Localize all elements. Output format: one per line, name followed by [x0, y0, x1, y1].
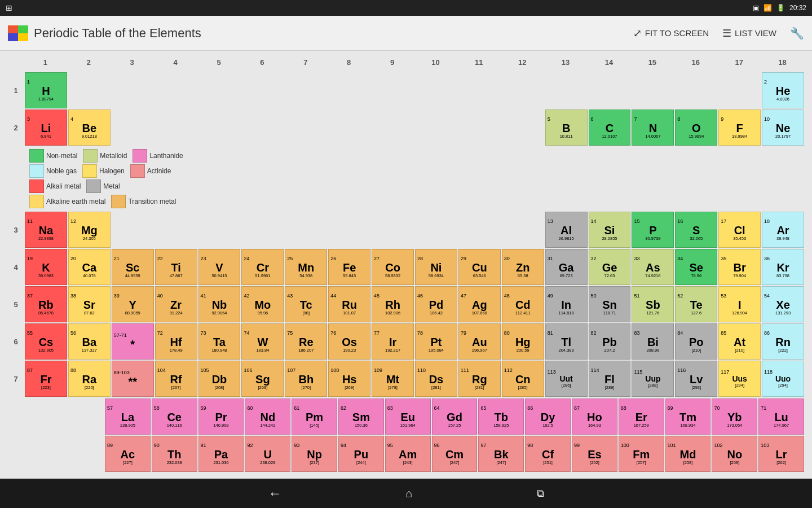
element-O[interactable]: 8O15.9994	[675, 110, 717, 146]
fit-to-screen-button[interactable]: ⤢ FIT TO SCREEN	[633, 27, 709, 40]
element-Na[interactable]: 11Na22.9898	[25, 212, 67, 248]
element-Bh[interactable]: 107Bh[270]	[285, 361, 327, 397]
element-Al[interactable]: 13Al26.9815	[545, 212, 588, 248]
element-Te[interactable]: 52Te127.6	[675, 286, 717, 322]
element-H[interactable]: 1H1.00794	[25, 72, 67, 108]
element-Cm[interactable]: 96Cm[247]	[432, 436, 478, 472]
element-Es[interactable]: 99Es[252]	[572, 436, 617, 472]
element-Re[interactable]: 75Re186.207	[285, 323, 327, 360]
element-Ni[interactable]: 28Ni58.6934	[415, 249, 457, 285]
element-Mt[interactable]: 109Mt[278]	[372, 361, 414, 397]
element-Ca[interactable]: 20Ca40.078	[68, 249, 111, 285]
element-La[interactable]: 57La138.905	[105, 398, 151, 435]
element-Uup[interactable]: 115Uup[288]	[632, 361, 674, 397]
element-Sm[interactable]: 62Sm150.36	[338, 398, 384, 435]
element-Cu[interactable]: 29Cu63.546	[458, 249, 501, 285]
element-Pu[interactable]: 94Pu[244]	[338, 436, 384, 472]
back-button[interactable]: ←	[268, 485, 281, 501]
element-Ru[interactable]: 44Ru101.07	[328, 286, 370, 322]
element-Nb[interactable]: 41Nb92.9064	[198, 286, 241, 322]
element-Am[interactable]: 95Am[243]	[385, 436, 431, 472]
element-U[interactable]: 92U238.029	[245, 436, 290, 472]
element-Pm[interactable]: 61Pm[145]	[292, 398, 337, 435]
element-Co[interactable]: 27Co58.9332	[372, 249, 414, 285]
element-Pb[interactable]: 82Pb207.2	[589, 323, 631, 360]
element-No[interactable]: 102No[259]	[712, 436, 757, 472]
element-Ba[interactable]: 56Ba137.327	[68, 323, 111, 360]
element-K[interactable]: 19K39.0983	[25, 249, 67, 285]
element-Lv[interactable]: 116Lv[293]	[675, 361, 717, 397]
element-Ho[interactable]: 67Ho164.93	[572, 398, 617, 435]
element-Ra[interactable]: 88Ra[226]	[68, 361, 111, 397]
element-Ir[interactable]: 77Ir192.217	[372, 323, 414, 360]
element-Gd[interactable]: 64Gd157.25	[432, 398, 478, 435]
element-He[interactable]: 2He4.0026	[762, 72, 804, 108]
element-Ne[interactable]: 10Ne20.1797	[762, 110, 804, 146]
element-Pr[interactable]: 59Pr140.908	[198, 398, 244, 435]
element-Rf[interactable]: 104Rf[267]	[155, 361, 197, 397]
element-Pd[interactable]: 46Pd106.42	[415, 286, 457, 322]
element-Er[interactable]: 68Er167.259	[619, 398, 664, 435]
element-Mn[interactable]: 25Mn54.938	[285, 249, 327, 285]
element-Fe[interactable]: 26Fe55.845	[328, 249, 370, 285]
element-Cd[interactable]: 48Cd112.411	[502, 286, 544, 322]
element-Np[interactable]: 93Np[237]	[292, 436, 337, 472]
element-Uus[interactable]: 117Uus[294]	[718, 361, 761, 397]
element-Tb[interactable]: 65Tb158.925	[478, 398, 524, 435]
element-Mo[interactable]: 42Mo95.96	[241, 286, 284, 322]
element-Dy[interactable]: 66Dy162.5	[525, 398, 571, 435]
element-Hs[interactable]: 108Hs[269]	[328, 361, 370, 397]
home-button[interactable]: ⌂	[405, 487, 412, 500]
element-Db[interactable]: 105Db[268]	[198, 361, 241, 397]
element-Se[interactable]: 34Se78.96	[675, 249, 717, 285]
element-Tl[interactable]: 81Tl204.383	[545, 323, 588, 360]
element-Fm[interactable]: 100Fm[257]	[619, 436, 664, 472]
element-Yb[interactable]: 70Yb173.054	[712, 398, 757, 435]
element-Nd[interactable]: 60Nd144.242	[245, 398, 290, 435]
element-Md[interactable]: 101Md[258]	[665, 436, 711, 472]
element-*[interactable]: 57-71*	[112, 323, 154, 360]
element-Bk[interactable]: 97Bk[247]	[478, 436, 524, 472]
element-Kr[interactable]: 36Kr83.798	[762, 249, 804, 285]
element-Th[interactable]: 90Th232.038	[152, 436, 197, 472]
element-Ag[interactable]: 47Ag107.868	[458, 286, 501, 322]
element-Cf[interactable]: 98Cf[251]	[525, 436, 571, 472]
element-F[interactable]: 9F18.9984	[718, 110, 761, 146]
element-Fl[interactable]: 114Fl[289]	[589, 361, 631, 397]
element-Ds[interactable]: 110Ds[281]	[415, 361, 457, 397]
element-Lu[interactable]: 71Lu174.967	[758, 398, 804, 435]
element-Sb[interactable]: 51Sb121.76	[632, 286, 674, 322]
element-Ga[interactable]: 31Ga69.723	[545, 249, 588, 285]
element-Os[interactable]: 76Os190.23	[328, 323, 370, 360]
list-view-button[interactable]: ☰ LIST VIEW	[722, 27, 776, 40]
element-Cs[interactable]: 55Cs132.905	[25, 323, 67, 360]
element-Rg[interactable]: 111Rg[281]	[458, 361, 501, 397]
element-Sr[interactable]: 38Sr87.62	[68, 286, 111, 322]
element-Pa[interactable]: 91Pa231.036	[198, 436, 244, 472]
recents-button[interactable]: ⧉	[537, 488, 544, 500]
element-Mg[interactable]: 12Mg24.305	[68, 212, 111, 248]
element-Ta[interactable]: 73Ta180.948	[198, 323, 241, 360]
element-Cr[interactable]: 24Cr51.9961	[241, 249, 284, 285]
element-Bi[interactable]: 83Bi208.98	[632, 323, 674, 360]
element-Hf[interactable]: 72Hf178.49	[155, 323, 197, 360]
element-Tm[interactable]: 69Tm168.934	[665, 398, 711, 435]
element-Au[interactable]: 79Au196.967	[458, 323, 501, 360]
element-Ti[interactable]: 22Ti47.867	[155, 249, 197, 285]
element-Ac[interactable]: 89Ac[227]	[105, 436, 151, 472]
element-Br[interactable]: 35Br79.904	[718, 249, 761, 285]
element-B[interactable]: 5B10.811	[545, 110, 588, 146]
settings-button[interactable]: 🔧	[790, 27, 804, 40]
element-V[interactable]: 23V50.9415	[198, 249, 241, 285]
element-Xe[interactable]: 54Xe131.293	[762, 286, 804, 322]
element-Cl[interactable]: 17Cl35.453	[718, 212, 761, 248]
element-W[interactable]: 74W183.84	[241, 323, 284, 360]
element-Be[interactable]: 4Be9.01218	[68, 110, 111, 146]
element-I[interactable]: 53I126.904	[718, 286, 761, 322]
element-Rn[interactable]: 86Rn[222]	[762, 323, 804, 360]
element-Cn[interactable]: 112Cn[285]	[502, 361, 544, 397]
element-N[interactable]: 7N14.0067	[632, 110, 674, 146]
element-Zr[interactable]: 40Zr91.224	[155, 286, 197, 322]
element-Ge[interactable]: 32Ge72.63	[589, 249, 631, 285]
element-S[interactable]: 16S32.065	[675, 212, 717, 248]
